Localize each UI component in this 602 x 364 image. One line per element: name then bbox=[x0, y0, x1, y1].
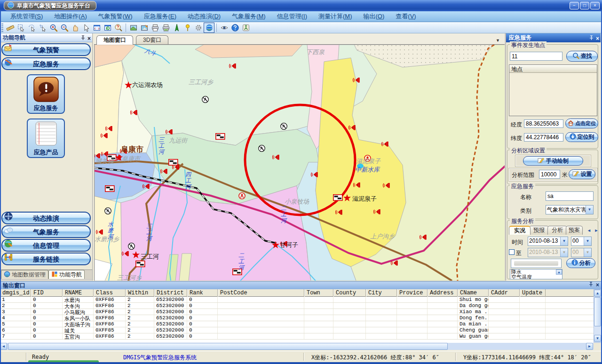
pin-icon[interactable] bbox=[589, 282, 593, 288]
north-arrow-icon[interactable] bbox=[171, 23, 182, 33]
column-header-Class[interactable]: Class bbox=[94, 289, 126, 297]
column-header-City[interactable]: City bbox=[366, 289, 397, 297]
locate-to-button[interactable]: 定位到 bbox=[565, 132, 598, 142]
minimize-button[interactable]: − bbox=[570, 2, 579, 9]
range-input[interactable] bbox=[539, 170, 560, 179]
menu-气象预警[interactable]: 气象预警(W) bbox=[93, 11, 138, 22]
settings-icon[interactable] bbox=[193, 23, 204, 33]
full-extent-icon[interactable] bbox=[91, 23, 102, 33]
menu-系统管理[interactable]: 系统管理(S) bbox=[5, 11, 48, 22]
scroll-left-icon[interactable]: ◄ bbox=[0, 343, 7, 350]
hour-combo[interactable]: 00▼ bbox=[571, 237, 592, 246]
list-item[interactable]: 空气温度 bbox=[510, 275, 556, 279]
measure-icon[interactable] bbox=[5, 23, 16, 33]
table-row[interactable]: 50大面场子沟0XFF8626523020000Da mian ... bbox=[0, 321, 594, 327]
tab-分析[interactable]: 分析 bbox=[547, 226, 567, 235]
sidebar-item-信息管理[interactable]: 信息管理 bbox=[1, 239, 91, 252]
element-preview-box[interactable] bbox=[511, 259, 562, 268]
print-map-icon[interactable] bbox=[160, 23, 171, 33]
column-header-FID[interactable]: FID bbox=[31, 289, 63, 297]
shortcut-应急服务[interactable]: 应急服务 bbox=[27, 74, 65, 114]
service-name-input[interactable] bbox=[546, 191, 594, 201]
map-tab-dropdown-icon[interactable]: ▼ bbox=[496, 38, 500, 43]
element-listbox[interactable]: 降水空气温度 ▲ bbox=[510, 269, 562, 279]
tab-地图数据管理[interactable]: 地图数据管理 bbox=[1, 270, 48, 279]
menu-测量计算[interactable]: 测量计算(M) bbox=[313, 11, 358, 22]
longitude-input[interactable] bbox=[524, 119, 563, 128]
sidebar-item-动态推演[interactable]: 动态推演 bbox=[1, 212, 91, 224]
search-button[interactable]: 查找 bbox=[566, 51, 598, 62]
table-row[interactable]: 40东风一小队0XFF8626523020000Dong fen... bbox=[0, 315, 594, 321]
tab-功能导航[interactable]: 功能导航 bbox=[48, 270, 85, 279]
menu-应急服务[interactable]: 应急服务(E) bbox=[138, 11, 182, 22]
pin-icon[interactable] bbox=[81, 34, 85, 43]
table-row[interactable]: 70五官沟0XFF8626523020000Wu guan gou bbox=[0, 333, 594, 340]
scroll-up-icon[interactable]: ▲ bbox=[556, 269, 562, 275]
column-header-Within[interactable]: Within bbox=[126, 289, 154, 297]
menu-地图操作[interactable]: 地图操作(A) bbox=[48, 11, 92, 22]
layer-export-icon[interactable] bbox=[240, 23, 251, 33]
location-list-header[interactable]: 地点 bbox=[509, 65, 597, 73]
analyze-button[interactable]: 分析 bbox=[566, 258, 595, 268]
output-table[interactable]: 10水磨沟0XFF8626523020000Shui mo gou20大冬沟0X… bbox=[0, 297, 594, 343]
help-icon[interactable] bbox=[230, 23, 240, 33]
select-arrow-icon[interactable] bbox=[37, 23, 48, 33]
scroll-right-icon[interactable]: ► bbox=[586, 343, 593, 350]
vertical-scrollbar[interactable]: ▲ ▼ bbox=[594, 289, 602, 343]
menu-输出[interactable]: 输出(O) bbox=[358, 11, 390, 22]
location-search-input[interactable] bbox=[510, 52, 562, 61]
set-range-button[interactable]: 设置 bbox=[569, 169, 595, 179]
map-svg[interactable]: 八斗六运湖农场三工河乡下西泉九运街阜康市阜康市城关镇滋泥泉子中新水库滋泥泉子小泉… bbox=[95, 45, 505, 281]
table-row[interactable]: 10水磨沟0XFF8626523020000Shui mo gou bbox=[0, 297, 594, 303]
visibility-icon[interactable] bbox=[219, 23, 230, 33]
close-button[interactable]: × bbox=[590, 2, 600, 9]
column-header-RNAME[interactable]: RNAME bbox=[63, 289, 94, 297]
table-row[interactable]: 20大冬沟0XFF8626523020000Da dong gou bbox=[0, 303, 594, 309]
latitude-input[interactable] bbox=[524, 133, 563, 142]
manual-draw-button[interactable]: 手动绘制 bbox=[523, 156, 583, 166]
column-header-District[interactable]: District bbox=[154, 289, 187, 297]
tab-预案[interactable]: 预案 bbox=[566, 226, 583, 235]
column-header-County[interactable]: County bbox=[333, 289, 366, 297]
column-header-Provice[interactable]: Provice bbox=[397, 289, 428, 297]
chevron-down-icon[interactable]: ▼ bbox=[584, 237, 591, 245]
scrollbar-thumb[interactable] bbox=[8, 343, 448, 350]
table-row[interactable]: 30小马厩沟0XFF8626523020000Xiao ma ... bbox=[0, 309, 594, 315]
chevron-down-icon[interactable]: ▼ bbox=[586, 206, 593, 214]
menu-信息管理[interactable]: 信息管理(I) bbox=[271, 11, 313, 22]
scroll-down-icon[interactable]: ▼ bbox=[594, 335, 601, 342]
close-panel-icon[interactable]: × bbox=[87, 34, 91, 43]
to-checkbox[interactable] bbox=[509, 249, 515, 255]
column-header-Address[interactable]: Address bbox=[428, 289, 458, 297]
export-map-icon[interactable] bbox=[139, 23, 150, 33]
menu-气象服务[interactable]: 气象服务(M) bbox=[226, 11, 271, 22]
column-header-Rank[interactable]: Rank bbox=[187, 289, 218, 297]
service-type-combo[interactable]: 气象和洪水灾害▼ bbox=[546, 205, 594, 214]
toolbar-grip[interactable] bbox=[1, 24, 3, 32]
horizontal-scrollbar[interactable]: ◄ ► bbox=[0, 343, 594, 350]
refresh-view-icon[interactable] bbox=[102, 23, 113, 33]
close-panel-icon[interactable]: × bbox=[596, 282, 599, 288]
locate-click-button[interactable]: 点击定位 bbox=[565, 119, 598, 128]
globe-3d-icon[interactable] bbox=[204, 23, 214, 33]
pin-icon[interactable] bbox=[589, 34, 594, 43]
select-lasso-icon[interactable] bbox=[26, 23, 37, 33]
column-header-Town[interactable]: Town bbox=[304, 289, 333, 297]
tab-scroll-icons[interactable]: ◄ ► bbox=[587, 228, 599, 233]
maximize-button[interactable]: □ bbox=[580, 2, 589, 9]
close-panel-icon[interactable]: × bbox=[596, 34, 599, 43]
pointer-icon[interactable] bbox=[80, 23, 91, 33]
zoom-out-icon[interactable] bbox=[59, 23, 70, 33]
date-combo[interactable]: 2010-08-13▼ bbox=[528, 237, 568, 246]
pin-icon[interactable] bbox=[182, 23, 193, 33]
identify-icon[interactable] bbox=[113, 23, 124, 33]
overview-map-icon[interactable] bbox=[128, 23, 139, 33]
scroll-up-icon[interactable]: ▲ bbox=[594, 290, 601, 297]
shortcut-应急产品[interactable]: 应急产品 bbox=[27, 119, 65, 158]
sidebar-item-服务链接[interactable]: 服务链接 bbox=[1, 253, 91, 265]
pan-icon[interactable] bbox=[70, 23, 80, 33]
tab-实况[interactable]: 实况 bbox=[509, 226, 531, 235]
column-header-CName[interactable]: CName bbox=[458, 289, 489, 297]
menu-查看[interactable]: 查看(V) bbox=[390, 11, 421, 22]
tab-预报[interactable]: 预报 bbox=[529, 226, 549, 235]
